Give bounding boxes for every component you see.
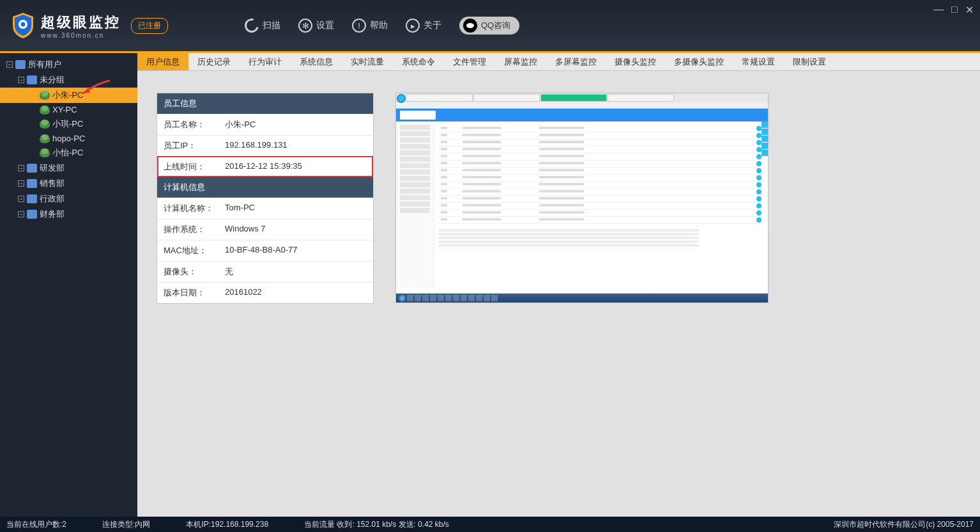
app-url: www.360mon.cn [41,32,121,39]
tree-user-hopo[interactable]: hopo-PC [0,132,137,145]
scan-icon [242,16,261,35]
close-button[interactable]: ✕ [965,4,974,16]
settings-button[interactable]: ✻设置 [298,19,334,33]
group-icon [27,194,37,203]
collapse-icon[interactable]: − [6,61,13,68]
tree-group-admin[interactable]: −行政部 [0,191,137,207]
tree-user-xiaozhu[interactable]: 小朱-PC [0,88,137,103]
computer-info-header: 计算机信息 [157,177,373,198]
tab-camera-monitor[interactable]: 摄像头监控 [606,53,665,70]
tab-history[interactable]: 历史记录 [188,53,240,70]
user-icon [40,91,50,100]
row-employee-name: 员工名称：小朱-PC [157,114,373,135]
info-card: 员工信息 员工名称：小朱-PC 员工IP：192.168.199.131 上线时… [157,93,374,304]
logo-shield-icon [10,12,36,40]
help-button[interactable]: !帮助 [352,19,388,33]
tree-user-xy[interactable]: XY-PC [0,103,137,116]
tree-user-xiaoyi[interactable]: 小怡-PC [0,145,137,160]
user-icon [40,120,50,129]
scan-button[interactable]: 扫描 [245,19,280,33]
status-conn-type: 连接类型:内网 [102,519,150,530]
tree-root-all-users[interactable]: −所有用户 [0,57,137,72]
row-employee-ip: 员工IP：192.168.199.131 [157,135,373,156]
tree-group-sales[interactable]: −销售部 [0,176,137,191]
help-icon: ! [352,19,366,33]
row-mac: MAC地址：10-BF-48-B8-A0-77 [157,240,373,261]
row-os: 操作系统：Windows 7 [157,219,373,240]
group-icon [27,164,37,173]
main-panel: 用户信息 历史记录 行为审计 系统信息 实时流量 系统命令 文件管理 屏幕监控 … [137,53,980,517]
maximize-button[interactable]: □ [951,4,958,16]
group-icon [27,75,37,84]
collapse-icon[interactable]: − [18,211,24,217]
window-controls: — □ ✕ [933,4,974,16]
group-icon [27,179,37,188]
minimize-button[interactable]: — [933,4,944,16]
row-computer-name: 计算机名称：Tom-PC [157,198,373,219]
status-online-count: 当前在线用户数:2 [6,519,66,530]
tree-user-xiaoqi1[interactable]: 小琪-PC [0,116,137,132]
qq-penguin-icon [463,19,477,33]
tab-multi-screen[interactable]: 多屏幕监控 [546,53,606,70]
tab-bar: 用户信息 历史记录 行为审计 系统信息 实时流量 系统命令 文件管理 屏幕监控 … [137,53,980,71]
status-bar: 当前在线用户数:2 连接类型:内网 本机IP:192.168.199.238 当… [0,517,980,532]
top-actions: 扫描 ✻设置 !帮助 ▸关于 QQ咨询 [245,17,519,35]
status-local-ip: 本机IP:192.168.199.238 [186,519,268,530]
about-button[interactable]: ▸关于 [406,19,441,33]
collapse-icon[interactable]: − [18,196,24,202]
employee-info-header: 员工信息 [157,93,373,114]
group-icon [15,60,26,69]
tab-behavior-audit[interactable]: 行为审计 [240,53,291,70]
gear-icon: ✻ [298,19,312,33]
user-icon [40,106,50,114]
registered-badge[interactable]: 已注册 [131,18,168,34]
logo-area: 超级眼监控 www.360mon.cn [10,12,121,40]
tab-screen-monitor[interactable]: 屏幕监控 [495,53,546,70]
tab-general-settings[interactable]: 常规设置 [733,53,784,70]
collapse-icon[interactable]: − [18,77,24,83]
tab-restrict-settings[interactable]: 限制设置 [784,53,835,70]
group-icon [27,210,37,219]
title-bar: 超级眼监控 www.360mon.cn 已注册 扫描 ✻设置 !帮助 ▸关于 Q… [0,0,980,51]
collapse-icon[interactable]: − [18,165,24,171]
user-icon [40,134,50,143]
qq-consult-button[interactable]: QQ咨询 [459,17,519,35]
svg-point-1 [21,22,26,27]
sidebar-tree: −所有用户 −未分组 小朱-PC XY-PC 小琪-PC hopo-PC 小怡-… [0,53,137,517]
tree-group-rd[interactable]: −研发部 [0,160,137,176]
about-icon: ▸ [406,19,420,33]
content-area: 员工信息 员工名称：小朱-PC 员工IP：192.168.199.131 上线时… [137,71,980,517]
tab-system-cmd[interactable]: 系统命令 [393,53,444,70]
row-version-date: 版本日期：20161022 [157,282,373,303]
tab-file-manage[interactable]: 文件管理 [444,53,495,70]
tree-group-ungrouped[interactable]: −未分组 [0,72,137,88]
app-title: 超级眼监控 [41,13,121,32]
screenshot-thumbnail[interactable] [395,93,769,303]
user-icon [40,148,50,157]
row-online-time: 上线时间：2016-12-12 15:39:35 [157,156,373,177]
tab-system-info[interactable]: 系统信息 [291,53,342,70]
tab-realtime-traffic[interactable]: 实时流量 [342,53,393,70]
tab-user-info[interactable]: 用户信息 [137,53,188,70]
tree-group-finance[interactable]: −财务部 [0,207,137,222]
status-traffic: 当前流量 收到: 152.01 kb/s 发送: 0.42 kb/s [304,519,449,530]
tab-multi-camera[interactable]: 多摄像头监控 [665,53,733,70]
row-camera: 摄像头：无 [157,261,373,282]
collapse-icon[interactable]: − [18,180,24,187]
status-copyright: 深圳市超时代软件有限公司(c) 2005-2017 [834,519,974,530]
